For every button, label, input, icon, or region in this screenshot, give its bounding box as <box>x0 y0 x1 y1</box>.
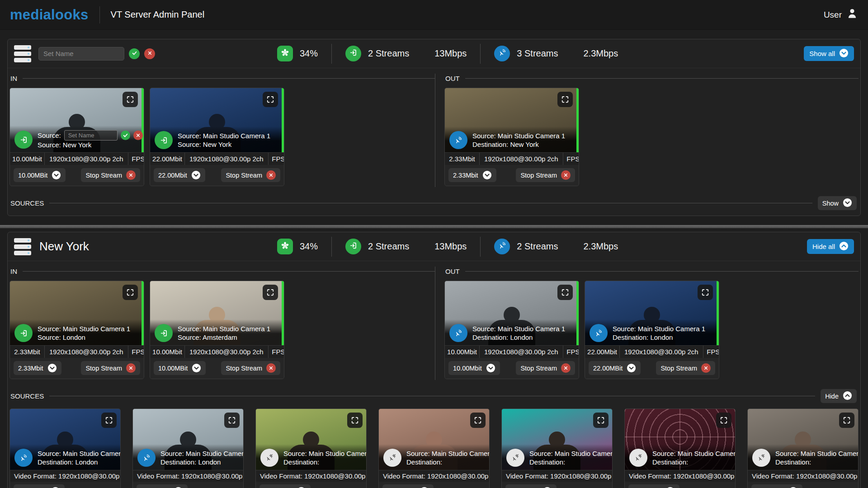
panel-header: New York 34% 2 Streams 13Mbps 2 Streams … <box>8 232 860 261</box>
stream-to-button[interactable]: Stream to <box>137 484 188 488</box>
out-streams-stat: 3 Streams 2.3Mbps <box>494 46 618 61</box>
active-stripe <box>142 281 144 345</box>
video-thumbnail: Source: Source: New York <box>10 88 144 152</box>
video-format-value: Video Format: 868x488@30.00p 2ch <box>379 470 489 482</box>
panel-header: 34% 2 Streams 13Mbps 3 Streams 2.3Mbps S… <box>8 39 860 68</box>
stream-to-button[interactable]: Stream to <box>628 484 679 488</box>
bitrate-dropdown[interactable]: 22.00Mbit <box>154 168 205 182</box>
satellite-dish-x-icon <box>383 449 401 467</box>
source-line: Source: Main Studio Camera 12 <box>283 449 362 458</box>
stream-to-button[interactable]: Stream to <box>259 484 311 488</box>
source-line: Source: Main Studio Camera 1 <box>472 131 565 140</box>
hide-all-button[interactable]: Hide all <box>807 239 854 254</box>
source-card: Source: Main Studio Camera 12 Destinatio… <box>624 408 736 488</box>
show-all-button[interactable]: Show all <box>804 46 854 61</box>
user-menu[interactable]: User <box>824 8 858 22</box>
stop-x-icon <box>126 170 136 180</box>
show-all-label: Show all <box>809 50 835 57</box>
fullscreen-button[interactable] <box>123 285 138 300</box>
server-panel-new-york: New York 34% 2 Streams 13Mbps 2 Streams … <box>7 232 861 488</box>
user-icon <box>846 8 858 22</box>
bitrate-dropdown[interactable]: 22.00MBit <box>589 361 641 375</box>
chevron-up-icon <box>843 391 852 402</box>
stream-to-button[interactable]: Stream to <box>751 484 802 488</box>
video-format-value: Video Format: 868x488@30.00p 2ch <box>502 470 612 482</box>
fullscreen-button[interactable] <box>557 285 573 300</box>
stop-stream-button[interactable]: Stop Stream <box>221 168 280 182</box>
bitrate-dropdown[interactable]: 10.00Mbit <box>448 361 500 375</box>
fullscreen-button[interactable] <box>557 92 573 107</box>
fullscreen-button[interactable] <box>224 413 240 428</box>
server-stack-icon[interactable] <box>14 45 31 62</box>
video-format-value: Video Format: 868x488@30.00p 2ch <box>10 470 120 482</box>
out-streams-stat: 2 Streams 2.3Mbps <box>494 239 618 254</box>
video-thumbnail: Source: Main Studio Camera 12 Destinatio… <box>10 409 120 470</box>
satellite-dish-icon <box>494 46 510 61</box>
stop-stream-button[interactable]: Stop Stream <box>81 168 140 182</box>
stream-in-icon <box>345 46 361 61</box>
stop-x-icon <box>266 363 276 373</box>
stream-to-button[interactable]: Stream to <box>382 484 434 488</box>
video-thumbnail: Source: Main Studio Camera 12 Destinatio… <box>502 409 612 470</box>
source-line: Source: Main Studio Camera 12 <box>529 449 608 458</box>
set-name-input[interactable] <box>38 47 124 61</box>
source-line: Source: Main Studio Camera 12 <box>652 449 731 458</box>
stream-to-button[interactable]: Stream to <box>505 484 557 488</box>
stop-x-icon <box>126 363 136 373</box>
bitrate-dropdown[interactable]: 2.33Mbit <box>14 361 61 375</box>
confirm-name-button[interactable] <box>129 48 140 59</box>
stop-stream-button[interactable]: Stop Stream <box>516 168 575 182</box>
stream-in-icon <box>155 324 173 342</box>
source-card: Source: Main Studio Camera 12 Destinatio… <box>255 408 367 488</box>
format-value: 868x488@30.00p 2ch <box>479 153 563 165</box>
fullscreen-button[interactable] <box>263 285 278 300</box>
bitrate-value: 10.00Mbit <box>150 346 184 358</box>
stop-stream-button[interactable]: Stop Stream <box>656 361 715 375</box>
active-stripe <box>282 281 284 345</box>
fullscreen-button[interactable] <box>698 285 713 300</box>
stream-card: Source: Main Studio Camera 1 Destination… <box>444 88 579 186</box>
video-thumbnail: Source: Main Studio Camera 12 Destinatio… <box>379 409 489 470</box>
server-stack-icon[interactable] <box>14 238 31 255</box>
fullscreen-button[interactable] <box>263 92 278 107</box>
stat-divider <box>331 44 332 64</box>
cpu-value: 34% <box>300 48 318 59</box>
stream-in-icon <box>14 131 33 149</box>
fullscreen-button[interactable] <box>716 413 731 428</box>
chevron-down-icon <box>839 48 849 59</box>
satellite-dish-icon <box>590 324 608 342</box>
fps-value: FPS 30.01 <box>563 153 579 165</box>
fullscreen-button[interactable] <box>101 413 117 428</box>
stream-name-input[interactable] <box>64 130 118 141</box>
bitrate-dropdown[interactable]: 10.00MBit <box>154 361 206 375</box>
fullscreen-button[interactable] <box>123 92 138 107</box>
bitrate-dropdown[interactable]: 10.00MBit <box>14 168 66 182</box>
confirm-name-button[interactable] <box>121 131 130 140</box>
cancel-name-button[interactable] <box>144 48 155 59</box>
in-cards: Source: Source: New York 10.00Mbit 1920x… <box>9 84 435 192</box>
stop-stream-button[interactable]: Stop Stream <box>516 361 575 375</box>
format-value: 868x488@30.00p 2ch <box>479 346 563 358</box>
sources-show-button[interactable]: Show <box>818 196 857 210</box>
sources-hide-button[interactable]: Hide <box>821 389 857 403</box>
bitrate-dropdown[interactable]: 2.33Mbit <box>448 168 496 182</box>
stop-stream-button[interactable]: Stop Stream <box>81 361 140 375</box>
fullscreen-button[interactable] <box>347 413 363 428</box>
stream-to-button[interactable]: Stream to <box>14 484 65 488</box>
bitrate-value: 10.00Mbit <box>10 153 44 165</box>
fullscreen-button[interactable] <box>593 413 609 428</box>
stop-stream-button[interactable]: Stop Stream <box>221 361 280 375</box>
sources-section-label: SOURCES Hide <box>8 385 860 408</box>
fps-value: FPS 30.01 <box>563 346 579 358</box>
panel-stats: 34% 2 Streams 13Mbps 3 Streams 2.3Mbps <box>277 44 618 64</box>
chevron-down-icon <box>843 198 852 209</box>
cpu-fan-icon <box>277 46 293 61</box>
fullscreen-button[interactable] <box>470 413 486 428</box>
bitrate-value: 10.00Mbit <box>445 346 479 358</box>
fullscreen-button[interactable] <box>839 413 854 428</box>
out-streams-count: 3 Streams <box>517 48 558 59</box>
cancel-name-button[interactable] <box>133 131 143 140</box>
satellite-dish-x-icon <box>260 449 278 467</box>
in-section-label: IN <box>9 73 435 84</box>
bitrate-value: 2.33Mbit <box>445 153 479 165</box>
